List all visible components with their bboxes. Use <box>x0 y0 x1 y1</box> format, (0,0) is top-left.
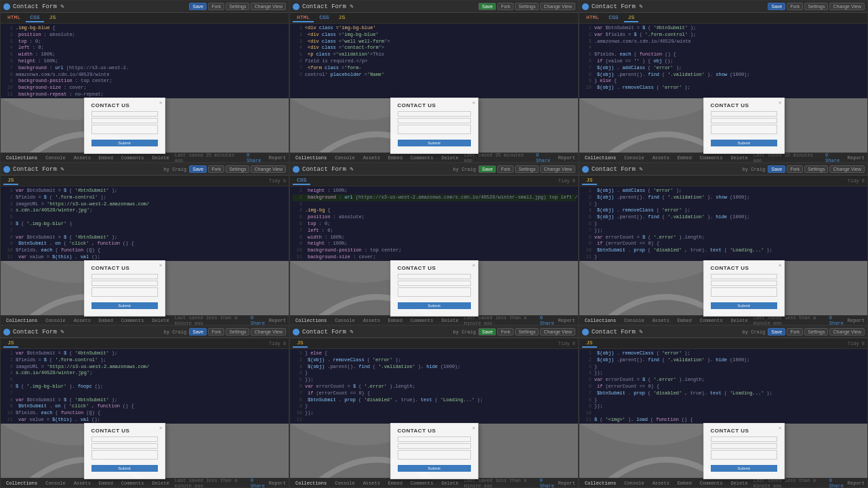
change-view-button-7[interactable]: Change View <box>251 328 286 336</box>
delete-tab-5[interactable]: Delete <box>438 318 461 323</box>
change-view-button-3[interactable]: Change View <box>829 3 865 10</box>
tab-js-3[interactable]: JS <box>624 14 639 22</box>
message-field-6[interactable] <box>711 287 777 297</box>
email-field-7[interactable] <box>91 443 158 449</box>
tab-js-8[interactable]: JS <box>293 339 308 348</box>
embed-tab-5[interactable]: Embed <box>386 318 405 323</box>
assets-tab-7[interactable]: Assets <box>71 481 94 486</box>
comments-tab-4[interactable]: Comments <box>119 318 147 323</box>
delete-tab-6[interactable]: Delete <box>728 318 750 323</box>
email-field-2[interactable] <box>398 118 471 123</box>
delete-tab-2[interactable]: Delete <box>438 155 461 161</box>
delete-tab-8[interactable]: Delete <box>438 481 461 486</box>
report-button-8[interactable]: Report <box>558 481 575 486</box>
fork-button-6[interactable]: Fork <box>787 165 803 173</box>
collections-tab-2[interactable]: Collections <box>293 155 329 161</box>
tab-js-6[interactable]: JS <box>582 176 597 185</box>
message-field-9[interactable] <box>711 450 777 460</box>
save-button-8[interactable]: Save <box>478 328 496 336</box>
console-tab-9[interactable]: Console <box>621 481 646 486</box>
tab-js-9[interactable]: JS <box>582 339 597 348</box>
report-button-9[interactable]: Report <box>848 481 865 486</box>
fork-button-5[interactable]: Fork <box>497 165 514 173</box>
email-field-6[interactable] <box>711 281 777 286</box>
delete-tab-9[interactable]: Delete <box>728 481 750 486</box>
collections-tab-5[interactable]: Collections <box>293 318 329 323</box>
tab-js-2[interactable]: JS <box>335 14 350 22</box>
message-field-5[interactable] <box>398 287 471 297</box>
delete-tab-7[interactable]: Delete <box>149 481 171 486</box>
tab-css-2[interactable]: CSS <box>315 14 333 22</box>
comments-tab-2[interactable]: Comments <box>408 155 436 161</box>
embed-tab-2[interactable]: Embed <box>386 155 405 161</box>
message-field-2[interactable] <box>398 125 471 134</box>
comments-tab-9[interactable]: Comments <box>697 481 726 486</box>
name-field-7[interactable] <box>91 436 158 442</box>
message-field-8[interactable] <box>398 450 471 460</box>
comments-tab[interactable]: Comments <box>119 155 147 161</box>
email-field-5[interactable] <box>398 281 471 286</box>
close-icon-9[interactable]: × <box>779 425 782 431</box>
email-field-4[interactable] <box>91 281 158 286</box>
fork-button-9[interactable]: Fork <box>787 328 803 336</box>
save-button-6[interactable]: Save <box>768 165 785 173</box>
collections-tab-3[interactable]: Collections <box>582 155 619 161</box>
console-tab-5[interactable]: Console <box>332 318 357 323</box>
settings-button-3[interactable]: Settings <box>804 3 828 10</box>
tab-css[interactable]: CSS <box>26 14 43 22</box>
save-button-2[interactable]: Save <box>478 3 496 10</box>
email-field-3[interactable] <box>711 118 777 123</box>
report-button-7[interactable]: Report <box>269 481 286 486</box>
share-button-2[interactable]: 0 Share <box>536 152 556 163</box>
collections-tab-7[interactable]: Collections <box>3 481 40 486</box>
submit-button-8[interactable]: Submit <box>398 465 471 472</box>
save-button-3[interactable]: Save <box>768 3 785 10</box>
name-field[interactable] <box>91 111 158 117</box>
console-tab-7[interactable]: Console <box>43 481 68 486</box>
email-field-8[interactable] <box>398 443 471 449</box>
collections-tab-9[interactable]: Collections <box>582 481 619 486</box>
share-button-9[interactable]: 0 Share <box>829 478 845 489</box>
assets-tab[interactable]: Assets <box>71 155 94 161</box>
name-field-4[interactable] <box>91 274 158 279</box>
tab-css-5[interactable]: CSS <box>293 176 310 185</box>
fork-button-4[interactable]: Fork <box>208 165 224 173</box>
name-field-9[interactable] <box>711 436 777 442</box>
embed-tab-7[interactable]: Embed <box>96 481 116 486</box>
report-button[interactable]: Report <box>269 155 286 161</box>
console-tab-2[interactable]: Console <box>332 155 357 161</box>
settings-button-7[interactable]: Settings <box>226 328 249 336</box>
delete-tab-4[interactable]: Delete <box>149 318 171 323</box>
submit-button-7[interactable]: Submit <box>91 465 158 472</box>
change-view-button[interactable]: Change View <box>251 3 286 10</box>
save-button-9[interactable]: Save <box>768 328 785 336</box>
email-field-9[interactable] <box>711 443 777 449</box>
share-button-6[interactable]: 0 Share <box>829 315 845 326</box>
assets-tab-8[interactable]: Assets <box>360 481 383 486</box>
fork-button-8[interactable]: Fork <box>497 328 514 336</box>
change-view-button-2[interactable]: Change View <box>540 3 575 10</box>
embed-tab-3[interactable]: Embed <box>675 155 695 161</box>
submit-button[interactable]: Submit <box>91 140 158 146</box>
name-field-5[interactable] <box>398 274 471 279</box>
console-tab-4[interactable]: Console <box>43 318 68 323</box>
console-tab-3[interactable]: Console <box>621 155 646 161</box>
settings-button-6[interactable]: Settings <box>804 165 828 173</box>
message-field-3[interactable] <box>711 125 777 134</box>
change-view-button-5[interactable]: Change View <box>540 165 575 173</box>
name-field-6[interactable] <box>711 274 777 279</box>
tab-js[interactable]: JS <box>45 14 60 22</box>
share-button-3[interactable]: 0 Share <box>825 152 845 163</box>
assets-tab-2[interactable]: Assets <box>360 155 383 161</box>
message-field-4[interactable] <box>91 287 158 297</box>
submit-button-9[interactable]: Submit <box>711 465 777 472</box>
comments-tab-7[interactable]: Comments <box>119 481 147 486</box>
submit-button-3[interactable]: Submit <box>711 140 777 146</box>
fork-button-3[interactable]: Fork <box>787 3 803 10</box>
report-button-5[interactable]: Report <box>558 318 575 323</box>
close-icon-6[interactable]: × <box>779 262 782 268</box>
fork-button-2[interactable]: Fork <box>497 3 514 10</box>
message-field-7[interactable] <box>91 450 158 460</box>
comments-tab-8[interactable]: Comments <box>408 481 436 486</box>
tab-html[interactable]: HTML <box>3 14 24 22</box>
